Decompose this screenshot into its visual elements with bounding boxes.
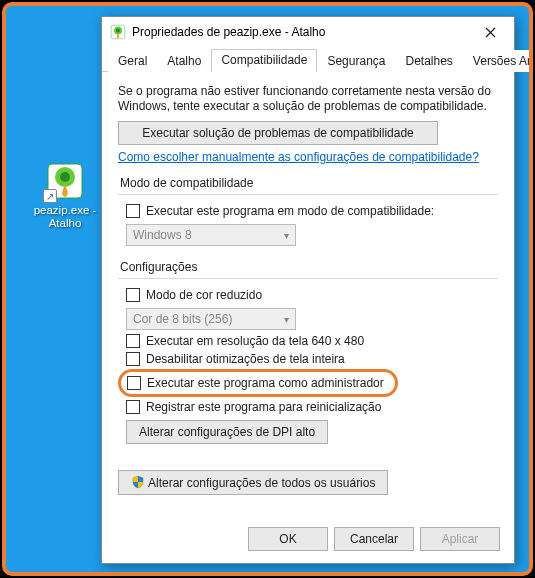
check-reduced-color[interactable]: Modo de cor reduzido	[126, 286, 496, 304]
checkbox-icon	[126, 334, 140, 348]
outer-frame: ↗ peazip.exe - Atalho Propriedades de pe…	[2, 2, 533, 576]
dpi-settings-button[interactable]: Alterar configurações de DPI alto	[126, 420, 328, 444]
window-title: Propriedades de peazip.exe - Atalho	[132, 25, 468, 39]
check-compat-mode[interactable]: Executar este programa em modo de compat…	[126, 202, 496, 220]
peazip-icon: ↗	[45, 161, 85, 201]
shield-icon	[131, 475, 145, 489]
select-compat-os-value: Windows 8	[133, 228, 192, 242]
check-compat-mode-label: Executar este programa em modo de compat…	[146, 204, 434, 218]
desktop-shortcut-label: peazip.exe - Atalho	[31, 204, 99, 230]
chevron-down-icon: ▾	[284, 314, 289, 325]
check-reduced-color-label: Modo de cor reduzido	[146, 288, 262, 302]
check-640x480[interactable]: Executar em resolução da tela 640 x 480	[126, 332, 496, 350]
intro-text: Se o programa não estiver funcionando co…	[118, 84, 498, 114]
peazip-icon	[110, 24, 126, 40]
select-color-mode-value: Cor de 8 bits (256)	[133, 312, 232, 326]
tab-compatibilidade[interactable]: Compatibilidade	[211, 49, 317, 72]
group-compat-mode-title: Modo de compatibilidade	[118, 176, 498, 190]
select-compat-os[interactable]: Windows 8 ▾	[126, 224, 296, 246]
shortcut-arrow-icon: ↗	[43, 189, 57, 203]
desktop-shortcut-peazip[interactable]: ↗ peazip.exe - Atalho	[31, 161, 99, 230]
checkbox-icon	[126, 352, 140, 366]
check-run-as-admin[interactable]: Executar este programa como administrado…	[127, 374, 389, 392]
dialog-footer: OK Cancelar Aplicar	[102, 519, 514, 563]
chevron-down-icon: ▾	[284, 230, 289, 241]
group-settings: Configurações Modo de cor reduzido Cor d…	[118, 260, 498, 446]
close-button[interactable]	[468, 17, 512, 47]
tab-detalhes[interactable]: Detalhes	[395, 50, 462, 72]
check-register-restart[interactable]: Registrar este programa para reinicializ…	[126, 398, 496, 416]
check-disable-fullscreen-opt[interactable]: Desabilitar otimizações de tela inteira	[126, 350, 496, 368]
check-run-as-admin-label: Executar este programa como administrado…	[147, 376, 384, 390]
group-compat-mode: Modo de compatibilidade Executar este pr…	[118, 176, 498, 250]
tab-bar: Geral Atalho Compatibilidade Segurança D…	[102, 47, 514, 72]
titlebar[interactable]: Propriedades de peazip.exe - Atalho	[102, 17, 514, 47]
cancel-button[interactable]: Cancelar	[334, 527, 414, 551]
tab-content: Se o programa não estiver funcionando co…	[102, 72, 514, 519]
check-disable-fullscreen-opt-label: Desabilitar otimizações de tela inteira	[146, 352, 345, 366]
highlight-run-as-admin: Executar este programa como administrado…	[118, 369, 398, 397]
properties-window: Propriedades de peazip.exe - Atalho Gera…	[101, 16, 515, 564]
checkbox-icon	[126, 288, 140, 302]
troubleshoot-button[interactable]: Executar solução de problemas de compati…	[118, 121, 438, 145]
ok-button[interactable]: OK	[248, 527, 328, 551]
tab-versoes-anteriores[interactable]: Versões Anteriores	[463, 50, 533, 72]
checkbox-icon	[126, 204, 140, 218]
all-users-settings-label: Alterar configurações de todos os usuári…	[148, 476, 375, 490]
tab-atalho[interactable]: Atalho	[157, 50, 211, 72]
apply-button[interactable]: Aplicar	[420, 527, 500, 551]
tab-geral[interactable]: Geral	[108, 50, 157, 72]
manual-settings-link[interactable]: Como escolher manualmente as configuraçõ…	[118, 150, 479, 164]
check-640x480-label: Executar em resolução da tela 640 x 480	[146, 334, 364, 348]
tab-seguranca[interactable]: Segurança	[317, 50, 395, 72]
select-color-mode[interactable]: Cor de 8 bits (256) ▾	[126, 308, 296, 330]
checkbox-icon	[127, 376, 141, 390]
close-icon	[485, 27, 496, 38]
desktop: ↗ peazip.exe - Atalho Propriedades de pe…	[6, 6, 529, 572]
check-register-restart-label: Registrar este programa para reinicializ…	[146, 400, 381, 414]
group-settings-title: Configurações	[118, 260, 498, 274]
svg-point-2	[60, 172, 70, 182]
svg-point-5	[116, 28, 120, 32]
checkbox-icon	[126, 400, 140, 414]
all-users-settings-button[interactable]: Alterar configurações de todos os usuári…	[118, 470, 388, 495]
